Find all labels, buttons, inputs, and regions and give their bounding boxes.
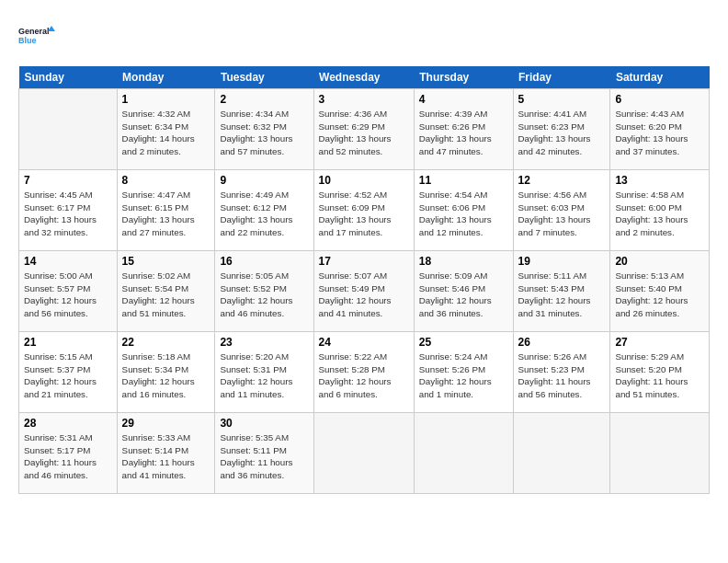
day-number: 19 [518,255,606,268]
calendar-cell: 23Sunrise: 5:20 AMSunset: 5:31 PMDayligh… [215,332,313,413]
calendar-table: SundayMondayTuesdayWednesdayThursdayFrid… [18,66,710,494]
calendar-cell: 18Sunrise: 5:09 AMSunset: 5:46 PMDayligh… [414,251,513,332]
day-number: 5 [518,93,606,106]
calendar-cell [19,89,118,170]
day-info: Sunrise: 4:43 AMSunset: 6:20 PMDaylight:… [615,108,704,158]
day-number: 10 [319,174,409,187]
day-info: Sunrise: 5:35 AMSunset: 5:11 PMDaylight:… [220,431,308,482]
day-info: Sunrise: 5:07 AMSunset: 5:49 PMDaylight:… [319,270,409,320]
week-row-2: 7Sunrise: 4:45 AMSunset: 6:17 PMDaylight… [19,170,710,251]
calendar-cell [313,413,414,494]
day-info: Sunrise: 4:49 AMSunset: 6:12 PMDaylight:… [220,189,308,239]
weekday-header-thursday: Thursday [414,66,513,89]
day-number: 15 [122,255,210,268]
calendar-cell: 13Sunrise: 4:58 AMSunset: 6:00 PMDayligh… [610,170,710,251]
calendar-cell [513,413,610,494]
day-info: Sunrise: 4:45 AMSunset: 6:17 PMDaylight:… [24,189,112,239]
day-info: Sunrise: 5:33 AMSunset: 5:14 PMDaylight:… [122,431,210,482]
day-number: 28 [24,417,112,430]
calendar-cell: 28Sunrise: 5:31 AMSunset: 5:17 PMDayligh… [19,413,118,494]
day-info: Sunrise: 5:20 AMSunset: 5:31 PMDaylight:… [220,350,308,401]
calendar-cell: 1Sunrise: 4:32 AMSunset: 6:34 PMDaylight… [117,89,215,170]
day-number: 13 [615,174,704,187]
calendar-cell: 4Sunrise: 4:39 AMSunset: 6:26 PMDaylight… [414,89,513,170]
week-row-3: 14Sunrise: 5:00 AMSunset: 5:57 PMDayligh… [19,251,710,332]
day-info: Sunrise: 5:26 AMSunset: 5:23 PMDaylight:… [518,350,606,401]
day-info: Sunrise: 4:52 AMSunset: 6:09 PMDaylight:… [319,189,409,239]
day-info: Sunrise: 4:34 AMSunset: 6:32 PMDaylight:… [220,108,308,158]
calendar-cell: 12Sunrise: 4:56 AMSunset: 6:03 PMDayligh… [513,170,610,251]
calendar-cell: 17Sunrise: 5:07 AMSunset: 5:49 PMDayligh… [313,251,414,332]
day-info: Sunrise: 5:00 AMSunset: 5:57 PMDaylight:… [24,270,112,320]
day-number: 1 [122,93,210,106]
day-info: Sunrise: 5:22 AMSunset: 5:28 PMDaylight:… [319,350,409,401]
svg-text:General: General [18,27,50,36]
day-number: 14 [24,255,112,268]
calendar-cell: 14Sunrise: 5:00 AMSunset: 5:57 PMDayligh… [19,251,118,332]
day-info: Sunrise: 4:32 AMSunset: 6:34 PMDaylight:… [122,108,210,158]
day-number: 11 [419,174,508,187]
calendar-cell: 21Sunrise: 5:15 AMSunset: 5:37 PMDayligh… [19,332,118,413]
day-number: 18 [419,255,508,268]
calendar-cell: 30Sunrise: 5:35 AMSunset: 5:11 PMDayligh… [215,413,313,494]
day-info: Sunrise: 5:24 AMSunset: 5:26 PMDaylight:… [419,350,508,401]
day-info: Sunrise: 4:47 AMSunset: 6:15 PMDaylight:… [122,189,210,239]
day-number: 29 [122,417,210,430]
calendar-cell: 16Sunrise: 5:05 AMSunset: 5:52 PMDayligh… [215,251,313,332]
weekday-header-monday: Monday [117,66,215,89]
calendar-cell: 22Sunrise: 5:18 AMSunset: 5:34 PMDayligh… [117,332,215,413]
day-number: 12 [518,174,606,187]
calendar-cell: 15Sunrise: 5:02 AMSunset: 5:54 PMDayligh… [117,251,215,332]
calendar-cell: 9Sunrise: 4:49 AMSunset: 6:12 PMDaylight… [215,170,313,251]
svg-text:Blue: Blue [18,36,37,45]
day-info: Sunrise: 4:41 AMSunset: 6:23 PMDaylight:… [518,108,606,158]
day-info: Sunrise: 5:29 AMSunset: 5:20 PMDaylight:… [615,350,704,401]
day-info: Sunrise: 5:31 AMSunset: 5:17 PMDaylight:… [24,431,112,482]
logo: General Blue [18,15,55,55]
day-number: 16 [220,255,308,268]
day-number: 23 [220,336,308,349]
calendar-cell: 8Sunrise: 4:47 AMSunset: 6:15 PMDaylight… [117,170,215,251]
logo-svg: General Blue [18,15,55,55]
weekday-header-wednesday: Wednesday [313,66,414,89]
calendar-cell: 19Sunrise: 5:11 AMSunset: 5:43 PMDayligh… [513,251,610,332]
day-info: Sunrise: 4:58 AMSunset: 6:00 PMDaylight:… [615,189,704,239]
calendar-cell: 26Sunrise: 5:26 AMSunset: 5:23 PMDayligh… [513,332,610,413]
week-row-5: 28Sunrise: 5:31 AMSunset: 5:17 PMDayligh… [19,413,710,494]
calendar-cell: 11Sunrise: 4:54 AMSunset: 6:06 PMDayligh… [414,170,513,251]
day-number: 4 [419,93,508,106]
calendar-cell [414,413,513,494]
week-row-1: 1Sunrise: 4:32 AMSunset: 6:34 PMDaylight… [19,89,710,170]
day-info: Sunrise: 5:18 AMSunset: 5:34 PMDaylight:… [122,350,210,401]
weekday-header-saturday: Saturday [610,66,710,89]
day-number: 2 [220,93,308,106]
calendar-cell: 27Sunrise: 5:29 AMSunset: 5:20 PMDayligh… [610,332,710,413]
day-info: Sunrise: 5:15 AMSunset: 5:37 PMDaylight:… [24,350,112,401]
calendar-cell: 29Sunrise: 5:33 AMSunset: 5:14 PMDayligh… [117,413,215,494]
calendar-cell: 3Sunrise: 4:36 AMSunset: 6:29 PMDaylight… [313,89,414,170]
day-number: 24 [319,336,409,349]
week-row-4: 21Sunrise: 5:15 AMSunset: 5:37 PMDayligh… [19,332,710,413]
day-number: 21 [24,336,112,349]
day-number: 27 [615,336,704,349]
day-info: Sunrise: 5:13 AMSunset: 5:40 PMDaylight:… [615,270,704,320]
day-number: 9 [220,174,308,187]
calendar-cell: 7Sunrise: 4:45 AMSunset: 6:17 PMDaylight… [19,170,118,251]
calendar-cell: 20Sunrise: 5:13 AMSunset: 5:40 PMDayligh… [610,251,710,332]
day-number: 7 [24,174,112,187]
day-number: 30 [220,417,308,430]
day-info: Sunrise: 4:39 AMSunset: 6:26 PMDaylight:… [419,108,508,158]
calendar-cell: 6Sunrise: 4:43 AMSunset: 6:20 PMDaylight… [610,89,710,170]
day-number: 3 [319,93,409,106]
day-number: 6 [615,93,704,106]
day-number: 17 [319,255,409,268]
day-number: 26 [518,336,606,349]
weekday-header-row: SundayMondayTuesdayWednesdayThursdayFrid… [19,66,710,89]
day-info: Sunrise: 5:11 AMSunset: 5:43 PMDaylight:… [518,270,606,320]
weekday-header-sunday: Sunday [19,66,118,89]
calendar-cell: 10Sunrise: 4:52 AMSunset: 6:09 PMDayligh… [313,170,414,251]
weekday-header-tuesday: Tuesday [215,66,313,89]
day-number: 20 [615,255,704,268]
day-number: 22 [122,336,210,349]
calendar-cell: 25Sunrise: 5:24 AMSunset: 5:26 PMDayligh… [414,332,513,413]
